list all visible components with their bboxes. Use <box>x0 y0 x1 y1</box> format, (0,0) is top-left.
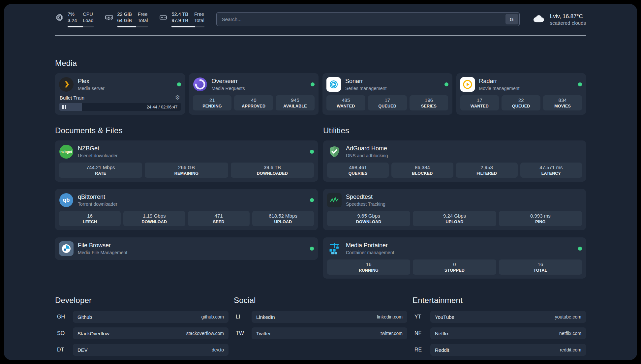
stat-label: UPLOAD <box>274 220 292 224</box>
cpu-load-avg: 3.24 <box>68 17 77 24</box>
app-card-filebrowser[interactable]: File Browser Media File Management <box>55 237 318 260</box>
search-engine-button[interactable]: G <box>505 14 518 24</box>
stat-tile: 196SERIES <box>410 95 448 110</box>
stat-value: 16 <box>87 213 93 219</box>
bookmark-link[interactable]: Twittertwitter.com <box>252 327 407 339</box>
bookmark-url: youtube.com <box>555 314 581 319</box>
bookmark-link[interactable]: DEVdev.to <box>73 344 229 356</box>
bookmark-row: LILinkedInlinkedin.com <box>234 311 407 323</box>
playback-progress-bar[interactable]: 24:44 / 02:06:47 <box>59 103 181 111</box>
app-card-nzbget[interactable]: nzbget NZBGet Usenet downloader 744.21 M… <box>55 140 318 182</box>
stats-row: 498,461QUERIES86,384BLOCKED2,953FILTERED… <box>327 163 582 178</box>
bookmark-url: reddit.com <box>560 347 581 352</box>
app-subtitle: Container management <box>346 250 394 255</box>
stat-label: DOWNLOAD <box>142 220 167 224</box>
bookmark-link[interactable]: StackOverflowstackoverflow.com <box>73 327 229 339</box>
disk-progress-bar <box>171 26 204 27</box>
status-dot <box>578 247 582 251</box>
app-card-overseerr[interactable]: Overseerr Media Requests 21PENDING40APPR… <box>189 73 319 115</box>
bookmark-link[interactable]: YouTubeyoutube.com <box>430 311 586 323</box>
stat-label: BLOCKED <box>412 171 433 176</box>
bookmark-list: YTYouTubeyoutube.comNFNetflixnetflix.com… <box>412 311 586 356</box>
stat-value: 17 <box>477 97 482 103</box>
settings-gear-icon[interactable]: ⚙ <box>175 95 180 101</box>
bookmark-url: dev.to <box>212 347 224 352</box>
app-card-qbittorrent[interactable]: qb qBittorrent Torrent downloader 16LEEC… <box>55 189 318 230</box>
bookmark-row: TWTwittertwitter.com <box>234 327 407 339</box>
pause-icon[interactable] <box>62 105 66 109</box>
disk-free: 52.4 TB <box>171 11 188 17</box>
status-dot <box>310 198 314 202</box>
app-name: AdGuard Home <box>346 145 388 152</box>
stat-label: PENDING <box>202 104 222 108</box>
stat-label: SEED <box>213 220 225 224</box>
app-card-adguard[interactable]: AdGuard Home DNS and adblocking 498,461Q… <box>323 140 586 182</box>
app-card-speedtest[interactable]: Speedtest Speedtest Tracking 9.65 GbpsDO… <box>323 189 586 230</box>
stat-label: MOVIES <box>554 104 571 108</box>
stat-tile: 945AVAILABLE <box>276 95 315 110</box>
sonarr-icon <box>326 77 341 92</box>
stat-tile: 834MOVIES <box>543 95 582 110</box>
disk-label-1: Free <box>194 11 204 17</box>
bookmark-abbr: DT <box>55 347 73 353</box>
status-dot <box>310 247 314 251</box>
app-card-portainer[interactable]: Media Portainer Container management 16R… <box>323 237 586 279</box>
stat-value: 1.19 Gbps <box>143 213 166 219</box>
radarr-icon <box>460 77 475 92</box>
stat-label: RATE <box>95 171 106 176</box>
app-subtitle: Media Requests <box>212 86 245 91</box>
stat-tile: 22QUEUED <box>502 95 540 110</box>
stats-row: 485WANTED17QUEUED196SERIES <box>326 95 448 110</box>
bookmark-row: YTYouTubeyoutube.com <box>412 311 586 323</box>
ram-label-2: Total <box>138 17 148 24</box>
status-dot <box>177 82 181 86</box>
weather-widget: Lviv, 16.87°C scattered clouds <box>532 13 586 26</box>
filebrowser-icon <box>59 241 74 256</box>
bookmark-link[interactable]: LinkedInlinkedin.com <box>252 311 407 323</box>
topbar: 7% 3.24 CPU Load <box>55 11 586 27</box>
stat-label: QUEUED <box>378 104 396 108</box>
bookmark-url: linkedin.com <box>377 314 403 319</box>
bookmark-url: twitter.com <box>381 331 403 336</box>
stat-tile: 471SEED <box>188 211 250 226</box>
adguard-icon <box>327 144 342 159</box>
section-title-documents: Documents & Files <box>55 126 318 135</box>
disk-total: 97.9 TB <box>171 17 188 24</box>
bookmark-link[interactable]: Redditreddit.com <box>430 344 586 356</box>
playback-time: 24:44 / 02:06:47 <box>147 105 178 109</box>
bookmark-name: Github <box>77 314 92 320</box>
stat-value: 9.65 Gbps <box>357 213 380 219</box>
app-card-sonarr[interactable]: Sonarr Series management 485WANTED17QUEU… <box>322 73 452 115</box>
stat-label: LEECH <box>83 220 97 224</box>
stat-label: QUEUED <box>512 104 530 108</box>
stat-tile: 21PENDING <box>193 95 232 110</box>
app-subtitle: Torrent downloader <box>78 201 117 207</box>
status-dot <box>310 150 314 154</box>
bookmark-link[interactable]: Githubgithub.com <box>73 311 229 323</box>
stat-label: WANTED <box>337 104 355 108</box>
stats-row: 9.65 GbpsDOWNLOAD9.24 GbpsUPLOAD0.993 ms… <box>327 211 582 226</box>
overseerr-icon <box>193 77 207 92</box>
stat-label: SERIES <box>421 104 437 108</box>
bookmark-url: netflix.com <box>559 331 581 336</box>
app-card-radarr[interactable]: Radarr Movie management 17WANTED22QUEUED… <box>456 73 586 115</box>
stat-tile: 16TOTAL <box>499 259 582 275</box>
bookmark-url: stackoverflow.com <box>186 331 224 336</box>
bookmark-name: YouTube <box>435 314 454 320</box>
bookmark-name: StackOverflow <box>77 331 109 336</box>
stat-value: 485 <box>342 97 350 103</box>
bookmark-link[interactable]: Netflixnetflix.com <box>430 327 586 339</box>
stat-tile: 39.6 TBDOWNLOADED <box>231 163 314 178</box>
stat-value: 21 <box>209 97 215 103</box>
cpu-label-2: Load <box>83 17 93 24</box>
stat-label: QUERIES <box>349 171 368 176</box>
app-name: Sonarr <box>345 78 386 85</box>
stat-tile: 47.571 msLATENCY <box>520 163 582 178</box>
bookmark-abbr: TW <box>234 330 252 336</box>
bookmark-abbr: LI <box>234 314 252 320</box>
bookmark-abbr: YT <box>412 314 430 320</box>
search-input[interactable] <box>216 12 520 26</box>
app-card-plex[interactable]: Plex Media server Bullet Train ⚙ 24:44 /… <box>55 73 185 115</box>
app-name: qBittorrent <box>78 194 117 200</box>
stat-value: 744.21 Mbps <box>86 165 115 170</box>
